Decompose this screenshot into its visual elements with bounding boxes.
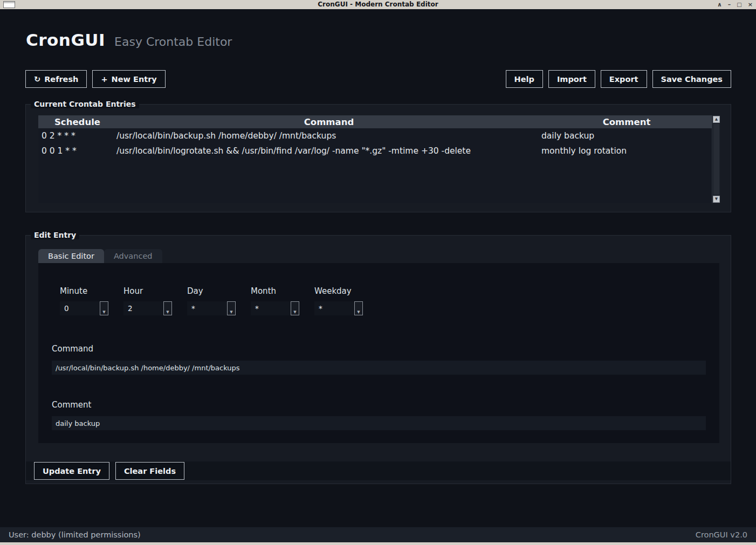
clear-fields-button[interactable]: Clear Fields [115, 462, 184, 480]
table-row[interactable]: 0 0 1 * * /usr/local/bin/logrotate.sh &&… [38, 143, 720, 158]
day-field-group: Day * ▼ [187, 286, 236, 315]
hour-label: Hour [123, 286, 172, 296]
command-label: Command [52, 344, 93, 354]
weekday-combobox[interactable]: * ▼ [314, 301, 363, 315]
crontab-entries-panel: Current Crontab Entries Schedule Command… [25, 104, 731, 212]
weekday-value[interactable]: * [314, 301, 354, 315]
minute-field-group: Minute 0 ▼ [60, 286, 108, 315]
month-label: Month [251, 286, 299, 296]
titlebar: CronGUI - Modern Crontab Editor ∧ – □ × [0, 0, 756, 9]
close-button[interactable]: × [748, 2, 753, 8]
new-entry-button[interactable]: + New Entry [92, 70, 165, 88]
hour-dropdown-button[interactable]: ▼ [163, 301, 172, 315]
maximize-button[interactable]: □ [737, 2, 741, 8]
tab-basic-editor[interactable]: Basic Editor [38, 249, 104, 263]
statusbar: User: debby (limited permissions) CronGU… [0, 527, 756, 542]
app-window: CronGUI - Modern Crontab Editor ∧ – □ × … [0, 0, 756, 545]
column-header-schedule[interactable]: Schedule [38, 117, 116, 127]
editor-tabs: Basic Editor Advanced [38, 249, 162, 263]
chevron-down-icon: ▼ [100, 310, 108, 314]
cell-schedule: 0 2 * * * [38, 131, 116, 141]
refresh-label: Refresh [44, 75, 78, 84]
minute-label: Minute [60, 286, 108, 296]
column-header-comment[interactable]: Comment [541, 117, 712, 127]
help-button[interactable]: Help [506, 70, 543, 88]
minute-dropdown-button[interactable]: ▼ [100, 301, 108, 315]
toolbar-left: ↻ Refresh + New Entry [25, 70, 166, 88]
comment-input[interactable] [52, 416, 706, 430]
day-dropdown-button[interactable]: ▼ [227, 301, 236, 315]
crontab-table: Schedule Command Comment 0 2 * * * /usr/… [38, 115, 720, 203]
edit-entry-panel: Edit Entry Basic Editor Advanced Minute … [25, 235, 731, 484]
table-row[interactable]: 0 2 * * * /usr/local/bin/backup.sh /home… [38, 128, 720, 143]
minute-combobox[interactable]: 0 ▼ [60, 301, 108, 315]
command-input[interactable] [52, 361, 706, 375]
scrollbar-trough[interactable] [713, 124, 719, 195]
month-combobox[interactable]: * ▼ [251, 301, 299, 315]
month-dropdown-button[interactable]: ▼ [291, 301, 299, 315]
comment-label: Comment [52, 400, 92, 410]
cron-fields-row: Minute 0 ▼ Hour 2 ▼ Day * [60, 286, 363, 315]
minimize-button[interactable]: – [728, 2, 731, 8]
import-button[interactable]: Import [548, 70, 595, 88]
shade-button[interactable]: ∧ [717, 2, 722, 8]
chevron-down-icon: ▼ [291, 310, 299, 314]
weekday-field-group: Weekday * ▼ [314, 286, 363, 315]
cell-schedule: 0 0 1 * * [38, 146, 116, 156]
app-subtitle: Easy Crontab Editor [114, 35, 232, 49]
status-version-text: CronGUI v2.0 [696, 530, 747, 539]
chevron-down-icon: ▼ [355, 310, 362, 314]
hour-value[interactable]: 2 [123, 301, 163, 315]
edit-panel-legend: Edit Entry [31, 231, 79, 239]
cell-command: /usr/local/bin/backup.sh /home/debby/ /m… [116, 131, 541, 141]
month-field-group: Month * ▼ [251, 286, 299, 315]
edit-actions-bar: Update Entry Clear Fields [26, 461, 731, 480]
app-title: CronGUI [26, 30, 105, 50]
day-combobox[interactable]: * ▼ [187, 301, 236, 315]
toolbar: ↻ Refresh + New Entry Help Import Export… [25, 70, 731, 88]
cell-comment: monthly log rotation [541, 146, 712, 156]
basic-editor-page: Minute 0 ▼ Hour 2 ▼ Day * [38, 263, 719, 443]
new-entry-label: New Entry [112, 75, 157, 84]
weekday-dropdown-button[interactable]: ▼ [354, 301, 363, 315]
app-header: CronGUI Easy Crontab Editor [26, 30, 232, 50]
scroll-down-icon[interactable]: ▼ [713, 196, 720, 203]
cell-comment: daily backup [541, 131, 712, 141]
minute-value[interactable]: 0 [60, 301, 100, 315]
chevron-down-icon: ▼ [164, 310, 171, 314]
hour-combobox[interactable]: 2 ▼ [123, 301, 172, 315]
window-title: CronGUI - Modern Crontab Editor [0, 0, 756, 9]
plus-icon: + [101, 75, 107, 84]
refresh-button[interactable]: ↻ Refresh [25, 70, 87, 88]
refresh-icon: ↻ [34, 75, 40, 84]
update-entry-button[interactable]: Update Entry [34, 462, 109, 480]
entries-panel-legend: Current Crontab Entries [31, 100, 139, 108]
save-changes-button[interactable]: Save Changes [652, 70, 731, 88]
cell-command: /usr/local/bin/logrotate.sh && /usr/bin/… [116, 146, 541, 156]
hour-field-group: Hour 2 ▼ [123, 286, 172, 315]
month-value[interactable]: * [251, 301, 291, 315]
chevron-down-icon: ▼ [228, 310, 235, 314]
window-bottom-border [0, 542, 756, 545]
table-scrollbar[interactable]: ▲ ▼ [712, 115, 720, 203]
day-label: Day [187, 286, 236, 296]
status-user-text: User: debby (limited permissions) [9, 530, 141, 539]
scroll-up-icon[interactable]: ▲ [713, 116, 720, 123]
tab-advanced[interactable]: Advanced [104, 249, 162, 263]
day-value[interactable]: * [187, 301, 227, 315]
export-button[interactable]: Export [601, 70, 647, 88]
window-controls: ∧ – □ × [717, 0, 753, 9]
toolbar-right: Help Import Export Save Changes [506, 70, 731, 88]
table-header-row: Schedule Command Comment [38, 115, 720, 128]
weekday-label: Weekday [314, 286, 363, 296]
column-header-command[interactable]: Command [116, 117, 541, 127]
